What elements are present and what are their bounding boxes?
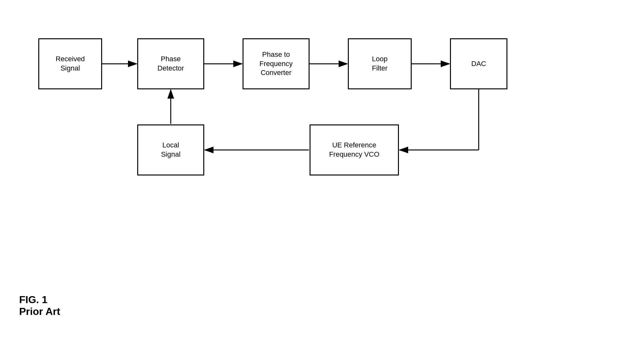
received-signal-label: ReceivedSignal — [56, 55, 85, 73]
arrows-svg — [19, 19, 625, 211]
ue-reference-label: UE ReferenceFrequency VCO — [329, 141, 379, 159]
dac-block: DAC — [450, 38, 507, 89]
phase-detector-block: PhaseDetector — [137, 38, 204, 89]
diagram-container: ReceivedSignal PhaseDetector Phase toFre… — [19, 19, 625, 211]
phase-detector-label: PhaseDetector — [157, 55, 184, 73]
phase-to-freq-block: Phase toFrequencyConverter — [243, 38, 310, 89]
loop-filter-block: LoopFilter — [348, 38, 412, 89]
dac-label: DAC — [471, 59, 486, 69]
caption: FIG. 1 Prior Art — [19, 294, 60, 317]
local-signal-block: LocalSignal — [137, 124, 204, 175]
local-signal-label: LocalSignal — [161, 141, 180, 159]
ue-reference-block: UE ReferenceFrequency VCO — [310, 124, 399, 175]
loop-filter-label: LoopFilter — [372, 55, 388, 73]
prior-art-label: Prior Art — [19, 306, 60, 317]
received-signal-block: ReceivedSignal — [38, 38, 102, 89]
phase-to-freq-label: Phase toFrequencyConverter — [259, 50, 293, 78]
figure-label: FIG. 1 — [19, 294, 60, 306]
